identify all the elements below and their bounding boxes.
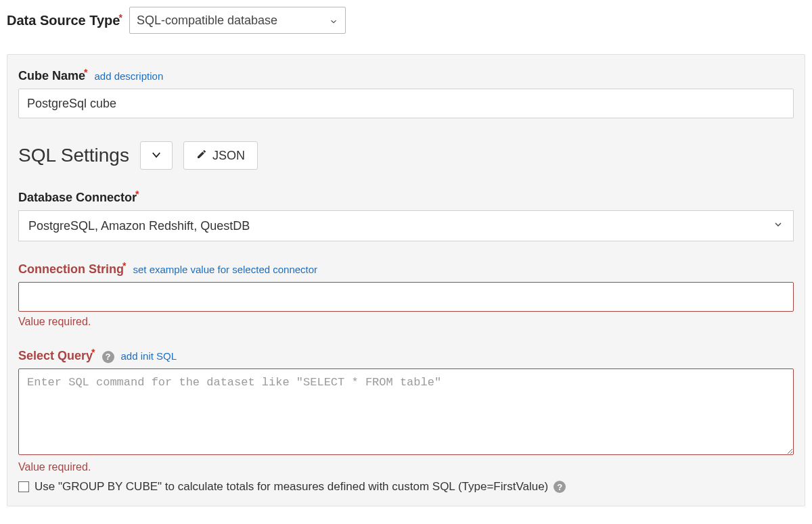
help-icon[interactable]: ? [554,481,566,493]
sql-settings-heading: SQL Settings [18,145,129,166]
json-button-label: JSON [212,149,245,163]
database-connector-select[interactable]: PostgreSQL, Amazon Redshift, QuestDB [18,210,794,241]
data-source-type-label: Data Source Type* [7,12,122,28]
connection-string-error: Value required. [18,316,794,328]
required-asterisk: * [91,347,95,358]
data-source-type-value: SQL-compatible database [137,14,277,28]
add-init-sql-link[interactable]: add init SQL [121,350,177,362]
select-query-error: Value required. [18,461,794,473]
group-by-cube-label: Use "GROUP BY CUBE" to calculate totals … [35,480,548,494]
pencil-icon [196,149,207,163]
connection-string-label: Connection String* [18,260,126,277]
add-description-link[interactable]: add description [94,70,163,82]
set-example-link[interactable]: set example value for selected connector [133,264,317,275]
database-connector-value: PostgreSQL, Amazon Redshift, QuestDB [28,219,250,233]
json-button[interactable]: JSON [183,141,258,170]
database-connector-label: Database Connector* [18,189,139,205]
chevron-down-icon [150,149,162,163]
collapse-button[interactable] [140,141,173,170]
cube-name-label: Cube Name* [18,67,87,83]
cube-name-input[interactable] [18,89,794,118]
chevron-down-icon [773,219,784,233]
data-source-type-select[interactable]: SQL-compatible database [129,7,346,34]
required-asterisk: * [118,12,122,23]
help-icon[interactable]: ? [102,351,114,363]
required-asterisk: * [135,189,139,199]
settings-panel: Cube Name* add description SQL Settings … [7,54,805,506]
connection-string-input[interactable] [18,282,794,312]
required-asterisk: * [84,67,87,78]
select-query-label: Select Query* [18,347,95,363]
chevron-down-icon [329,16,338,25]
group-by-cube-checkbox[interactable] [18,481,29,492]
select-query-textarea[interactable] [18,368,794,455]
required-asterisk: * [122,260,126,271]
